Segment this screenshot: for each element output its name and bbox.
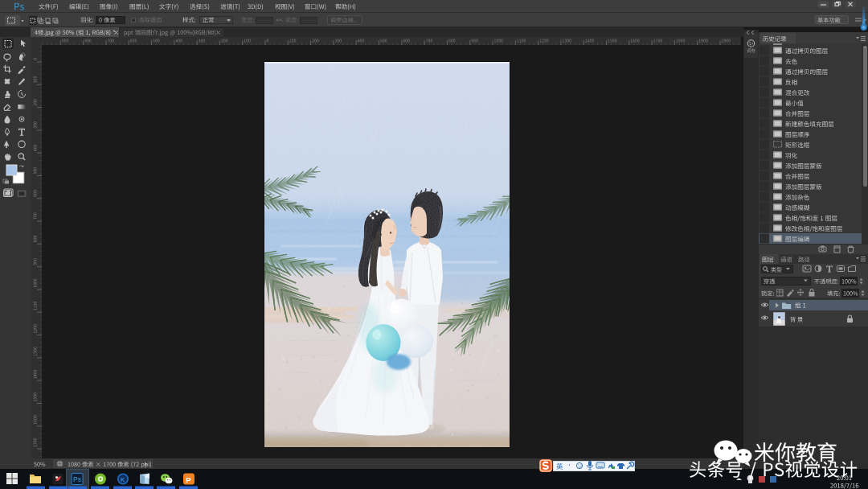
svg-text:': ' <box>567 462 571 470</box>
